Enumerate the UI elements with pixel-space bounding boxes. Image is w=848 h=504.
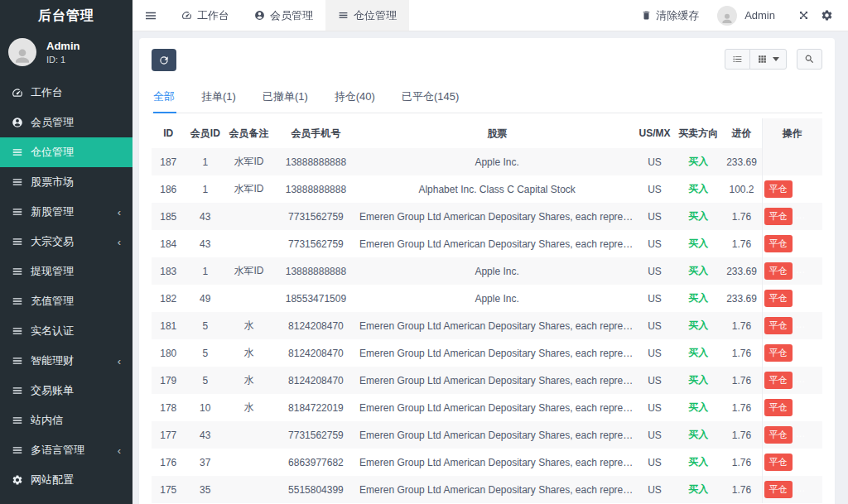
- cell-price: 233.69: [721, 285, 762, 312]
- sidebar-item[interactable]: 充值管理: [0, 286, 132, 316]
- cell-id: 178: [152, 394, 186, 421]
- filter-tabs: 全部挂单(1)已撤单(1)持仓(40)已平仓(145): [152, 83, 822, 113]
- cell-stock: Alphabet Inc. Class C Capital Stock: [359, 175, 634, 203]
- cell-price: 1.76: [721, 312, 762, 339]
- cell-member-id: 49: [186, 285, 226, 312]
- close-position-button[interactable]: 平仓: [764, 262, 793, 280]
- close-position-button[interactable]: 平仓: [764, 235, 793, 252]
- sidebar-item-label: 站内信: [31, 413, 63, 428]
- card-toolbar: [152, 49, 822, 71]
- sidebar-item-label: 提现管理: [31, 264, 74, 279]
- cell-price: 1.76: [721, 230, 762, 257]
- topbar-nav-item[interactable]: 工作台: [169, 0, 242, 31]
- sidebar-item[interactable]: 大宗交易‹: [0, 227, 132, 257]
- column-header: 进价: [721, 118, 762, 148]
- cell-stock: Emeren Group Ltd American Depositary Sha…: [359, 449, 634, 476]
- column-header: 会员备注: [225, 118, 272, 148]
- cell-market: US: [634, 312, 675, 339]
- cell-member-id: 5: [186, 312, 226, 339]
- sidebar-toggle-button[interactable]: [132, 0, 169, 31]
- sidebar-item[interactable]: 智能理财‹: [0, 346, 132, 376]
- close-position-button[interactable]: 平仓: [764, 208, 793, 225]
- topbar-nav-item[interactable]: 仓位管理: [325, 0, 409, 31]
- sidebar-item[interactable]: 新股管理‹: [0, 197, 132, 227]
- cell-id: 184: [152, 230, 186, 257]
- sidebar-item[interactable]: 提现管理: [0, 257, 132, 286]
- sidebar-item[interactable]: 网站配置: [0, 465, 132, 495]
- close-position-button[interactable]: 平仓: [764, 290, 793, 307]
- cell-price: 1.76: [721, 449, 762, 476]
- column-picker-button[interactable]: [749, 49, 787, 70]
- cell-id: 176: [152, 449, 186, 476]
- close-position-button[interactable]: 平仓: [764, 372, 793, 389]
- cell-market: US: [634, 367, 675, 394]
- column-header: 买卖方向: [675, 118, 722, 148]
- cell-actions: 平仓解锁: [762, 203, 822, 230]
- cell-market: US: [634, 203, 675, 230]
- topbar-nav-label: 会员管理: [270, 8, 313, 23]
- clear-cache-button[interactable]: 清除缓存: [641, 8, 699, 23]
- tab-filter[interactable]: 挂单(1): [188, 83, 249, 113]
- column-header: 股票: [359, 118, 634, 148]
- topbar-user-menu[interactable]: Admin: [717, 6, 775, 26]
- sidebar-item[interactable]: 实名认证: [0, 316, 132, 346]
- refresh-button[interactable]: [152, 49, 176, 71]
- cell-remark: 水军ID: [225, 257, 272, 285]
- table-body: 1871水军ID13888888888Apple Inc.US买入233.691…: [152, 148, 822, 503]
- topbar-nav-item[interactable]: 会员管理: [242, 0, 325, 31]
- cell-direction: 买入: [675, 367, 722, 394]
- cell-stock: Emeren Group Ltd American Depositary Sha…: [359, 394, 634, 421]
- main-content: 全部挂单(1)已撤单(1)持仓(40)已平仓(145) ID会员ID会员备注会员…: [132, 32, 848, 504]
- tab-filter[interactable]: 持仓(40): [321, 83, 388, 113]
- sidebar-item[interactable]: 多语言管理‹: [0, 435, 132, 465]
- cell-direction: 买入: [675, 257, 722, 285]
- column-header: 会员手机号: [272, 118, 359, 148]
- cell-stock: Emeren Group Ltd American Depositary Sha…: [359, 421, 634, 449]
- list-view-button[interactable]: [725, 49, 750, 70]
- sidebar-item[interactable]: 工作台: [0, 78, 132, 108]
- cell-id: 179: [152, 367, 186, 394]
- fullscreen-button[interactable]: [792, 9, 815, 22]
- sidebar-item-label: 大宗交易: [31, 234, 74, 249]
- sidebar-item-label: 新股管理: [31, 204, 74, 219]
- cell-phone: 13888888888: [272, 175, 359, 203]
- sidebar-item[interactable]: 股票市场: [0, 167, 132, 197]
- cell-remark: [225, 203, 272, 230]
- close-position-button[interactable]: 平仓: [764, 317, 793, 334]
- tab-filter[interactable]: 全部: [152, 83, 188, 113]
- sidebar-item-label: 智能理财: [31, 353, 74, 368]
- close-position-button[interactable]: 平仓: [764, 344, 793, 362]
- close-position-button[interactable]: 平仓: [764, 454, 793, 471]
- sidebar-item[interactable]: 站内信: [0, 406, 132, 435]
- sidebar-item[interactable]: 交易账单: [0, 376, 132, 406]
- tab-filter[interactable]: 已平仓(145): [388, 83, 472, 113]
- sidebar-item[interactable]: 会员管理: [0, 108, 132, 137]
- cell-id: 181: [152, 312, 186, 339]
- user-name: Admin: [46, 40, 80, 52]
- clear-cache-label: 清除缓存: [656, 8, 699, 23]
- table-row: 177437731562759Emeren Group Ltd American…: [152, 421, 822, 449]
- cell-market: US: [634, 257, 675, 285]
- cell-remark: [225, 421, 272, 449]
- settings-cogs-button[interactable]: [815, 9, 838, 22]
- cell-market: US: [634, 339, 675, 367]
- table-row: 175355515804399Emeren Group Ltd American…: [152, 476, 822, 503]
- cell-price: 100.2: [721, 175, 762, 203]
- menu-icon: [12, 176, 23, 188]
- tab-filter[interactable]: 已撤单(1): [249, 83, 321, 113]
- close-position-button[interactable]: 平仓: [764, 481, 793, 498]
- cell-remark: [225, 285, 272, 312]
- table-row: 17810水8184722019Emeren Group Ltd America…: [152, 394, 822, 421]
- close-position-button[interactable]: 平仓: [764, 180, 793, 198]
- cell-remark: 水军ID: [225, 148, 272, 175]
- sidebar-item[interactable]: 仓位管理: [0, 137, 132, 167]
- dashboard-icon: [181, 10, 192, 21]
- search-button[interactable]: [797, 49, 822, 70]
- view-controls: [725, 49, 822, 70]
- positions-table: ID会员ID会员备注会员手机号股票US/MX买卖方向进价操作 1871水军ID1…: [152, 118, 822, 503]
- sidebar-item-label: 交易账单: [31, 383, 74, 398]
- cell-actions: [762, 148, 822, 175]
- close-position-button[interactable]: 平仓: [764, 426, 793, 444]
- close-position-button[interactable]: 平仓: [764, 399, 793, 416]
- cell-stock: Emeren Group Ltd American Depositary Sha…: [359, 339, 634, 367]
